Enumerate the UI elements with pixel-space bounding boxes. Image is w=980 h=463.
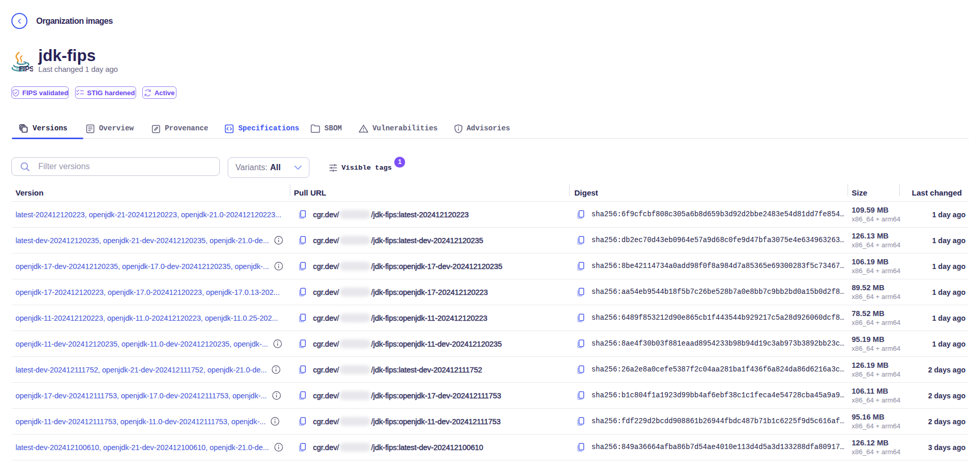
svg-text:FIPS: FIPS: [19, 65, 34, 73]
